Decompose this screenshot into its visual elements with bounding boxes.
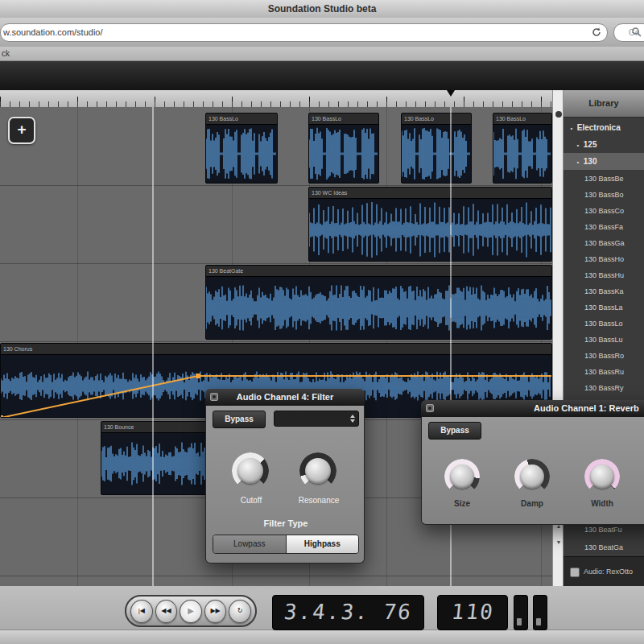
folder-label: Electronica [577, 123, 621, 132]
resonance-label: Resonance [287, 496, 351, 505]
track-separator [0, 341, 552, 342]
tempo-display[interactable]: 110 [437, 595, 508, 630]
bookmark-item[interactable]: ck [2, 49, 10, 58]
rewind-button[interactable]: ◀◀ [155, 600, 178, 623]
audio-clip[interactable]: 130 BeatGate [205, 265, 552, 340]
reverb-window: Audio Channel 1: Reverb Bypass Size Damp… [421, 400, 644, 525]
folder-bullet: • [575, 154, 581, 170]
library-item[interactable]: 130 BassRu [564, 364, 644, 380]
clip-label: 130 Chorus [1, 344, 551, 355]
width-label: Width [572, 499, 633, 508]
transport-bar: |◀ ◀◀ ▶ ▶▶ ↻ 3.4.3. 76 110 [0, 586, 644, 644]
reload-icon[interactable] [591, 27, 602, 42]
folder-label: 130 [584, 157, 597, 166]
loop-button[interactable]: ↻ [229, 600, 251, 623]
clip-label: 130 BassLo [309, 114, 378, 125]
waveform [206, 277, 551, 339]
audio-clip[interactable]: 130 WC Ideas [308, 187, 552, 262]
damp-knob[interactable] [514, 459, 550, 494]
clip-label: 130 BassLo [493, 114, 551, 125]
filter-window: Audio Channel 4: Filter Bypass Cutoff Re… [205, 389, 365, 564]
clip-label: 130 WC Ideas [309, 188, 551, 199]
width-knob[interactable] [584, 459, 620, 494]
search-icon [631, 27, 642, 43]
highpass-button[interactable]: Highpass [287, 535, 359, 553]
clip-label: 130 BassLo [206, 114, 277, 125]
clip-label: 130 BeatGate [206, 266, 551, 277]
library-item[interactable]: 130 BassBo [564, 187, 644, 203]
position-value: 3.4.3. 76 [283, 596, 414, 628]
bookmarks-bar: ck [0, 47, 644, 61]
automation-handle[interactable] [196, 374, 200, 378]
scrollbar-thumb[interactable] [555, 111, 562, 118]
library-item[interactable]: 130 BassLa [564, 299, 644, 316]
preset-dropdown[interactable] [274, 411, 359, 427]
library-folder-electronica[interactable]: • Electronica [564, 119, 644, 136]
waveform [402, 125, 471, 183]
library-item[interactable]: 130 BassHo [564, 251, 644, 267]
audio-clip[interactable]: 130 BassLo [308, 113, 379, 184]
scroll-down-icon[interactable]: ▼ [554, 539, 564, 545]
tempo-value: 110 [449, 596, 495, 628]
audio-clip[interactable]: 130 BassLo [493, 113, 552, 184]
mini-fader-2[interactable] [533, 595, 547, 630]
library-item[interactable]: 130 BeatGa [564, 539, 644, 555]
stepper-icon [350, 415, 355, 423]
folder-label: 125 [584, 140, 597, 149]
audio-clip[interactable]: 130 BassLo [401, 113, 472, 184]
cutoff-label: Cutoff [219, 496, 283, 505]
play-button[interactable]: ▶ [180, 600, 202, 623]
url-text: w.soundation.com/studio/ [3, 27, 103, 37]
reverb-window-titlebar[interactable]: Audio Channel 1: Reverb [421, 400, 644, 417]
library-header[interactable]: Library [564, 90, 644, 118]
window-title: Soundation Studio beta [0, 0, 644, 19]
library-item[interactable]: 130 BassLu [564, 332, 644, 348]
bypass-button[interactable]: Bypass [428, 422, 481, 440]
footer-label: Audio: RexOtto [584, 568, 633, 576]
size-label: Size [431, 499, 493, 508]
library-item[interactable]: 130 BassGa [564, 235, 644, 251]
library-item[interactable]: 130 BassRy [564, 380, 644, 396]
library-item[interactable]: 130 BassKa [564, 283, 644, 299]
bypass-button[interactable]: Bypass [213, 411, 266, 428]
forward-button[interactable]: ▶▶ [204, 600, 227, 623]
filter-window-titlebar[interactable]: Audio Channel 4: Filter [205, 389, 365, 406]
damp-label: Damp [502, 499, 563, 508]
folder-bullet: • [568, 120, 575, 136]
folder-bullet: • [575, 137, 581, 153]
library-item[interactable]: 130 BassHu [564, 267, 644, 283]
close-icon[interactable] [426, 404, 434, 412]
library-item[interactable]: 130 BassCo [564, 203, 644, 219]
timeline-ruler[interactable] [0, 90, 552, 108]
library-item[interactable]: 130 BassBe [564, 171, 644, 187]
audio-clip[interactable]: 130 BassLo [205, 113, 278, 184]
position-display: 3.4.3. 76 [272, 595, 424, 630]
url-input[interactable]: w.soundation.com/studio/ [0, 23, 608, 42]
filter-type-label: Filter Type [206, 518, 365, 528]
skip-to-start-button[interactable]: |◀ [130, 600, 153, 623]
add-track-button[interactable]: + [8, 117, 35, 144]
waveform [309, 125, 378, 183]
track-separator [0, 263, 552, 264]
library-item[interactable]: 130 BassLo [564, 316, 644, 332]
audio-icon [570, 568, 580, 577]
library-footer[interactable]: Audio: RexOtto [564, 556, 644, 586]
filter-type-segment: Lowpass Highpass [213, 535, 359, 554]
reverb-window-title: Audio Channel 1: Reverb [534, 400, 644, 417]
lowpass-button[interactable]: Lowpass [213, 535, 287, 553]
size-knob[interactable] [444, 459, 480, 494]
resonance-knob[interactable] [299, 452, 336, 489]
search-input[interactable]: Go [613, 23, 644, 42]
mini-fader-1[interactable] [514, 595, 528, 630]
library-item[interactable]: 130 BassFa [564, 219, 644, 235]
close-icon[interactable] [210, 393, 218, 401]
waveform [206, 125, 277, 183]
cutoff-knob[interactable] [232, 452, 269, 489]
automation-handle[interactable] [1, 415, 3, 418]
library-item[interactable]: 130 BassRo [564, 348, 644, 364]
waveform [493, 125, 551, 183]
library-folder-130[interactable]: • 130 [564, 153, 644, 170]
browser-toolbar: w.soundation.com/studio/ Go [0, 18, 644, 47]
library-folder-125[interactable]: • 125 [564, 136, 644, 153]
playhead-marker[interactable] [447, 90, 455, 97]
